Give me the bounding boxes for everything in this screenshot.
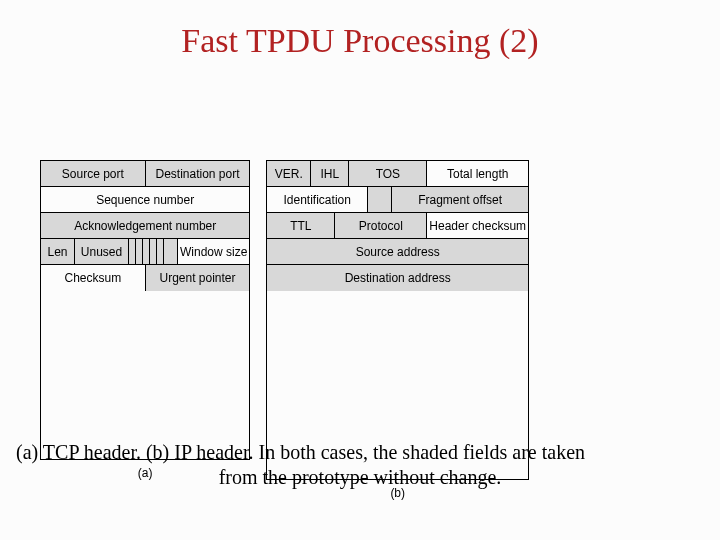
tcp-flag-tick: [129, 239, 136, 264]
ip-flags: [368, 187, 392, 212]
ip-total-length: Total length: [427, 161, 528, 186]
ip-ver: VER.: [267, 161, 311, 186]
tcp-flag-tick: [164, 239, 178, 264]
ip-ttl: TTL: [267, 213, 335, 238]
ip-fragment-offset: Fragment offset: [392, 187, 528, 212]
tcp-window-size: Window size: [178, 239, 249, 264]
tcp-header-table: Source port Destination port Sequence nu…: [40, 160, 250, 460]
caption: (a) TCP header. (b) IP header. In both c…: [16, 440, 704, 490]
tcp-unused: Unused: [75, 239, 129, 264]
tcp-flag-tick: [136, 239, 143, 264]
tcp-urgent-pointer: Urgent pointer: [146, 265, 250, 291]
ip-ihl: IHL: [311, 161, 349, 186]
tcp-source-port: Source port: [41, 161, 146, 186]
tcp-dest-port: Destination port: [146, 161, 250, 186]
caption-line-2: from the prototype without change.: [16, 465, 704, 490]
tcp-len: Len: [41, 239, 75, 264]
tcp-flag-tick: [150, 239, 157, 264]
ip-dest-address: Destination address: [267, 265, 528, 291]
ip-header-checksum: Header checksum: [427, 213, 528, 238]
tcp-flag-tick: [157, 239, 164, 264]
ip-header-table: VER. IHL TOS Total length Identification…: [266, 160, 529, 480]
ip-tos: TOS: [349, 161, 427, 186]
tcp-flag-tick: [143, 239, 150, 264]
tcp-sequence-number: Sequence number: [41, 187, 249, 212]
ip-identification: Identification: [267, 187, 368, 212]
caption-line-1: (a) TCP header. (b) IP header. In both c…: [16, 441, 585, 463]
ip-source-address: Source address: [267, 239, 528, 264]
tcp-ack-number: Acknowledgement number: [41, 213, 249, 238]
tcp-checksum: Checksum: [41, 265, 146, 291]
ip-protocol: Protocol: [335, 213, 427, 238]
slide-title: Fast TPDU Processing (2): [0, 22, 720, 60]
